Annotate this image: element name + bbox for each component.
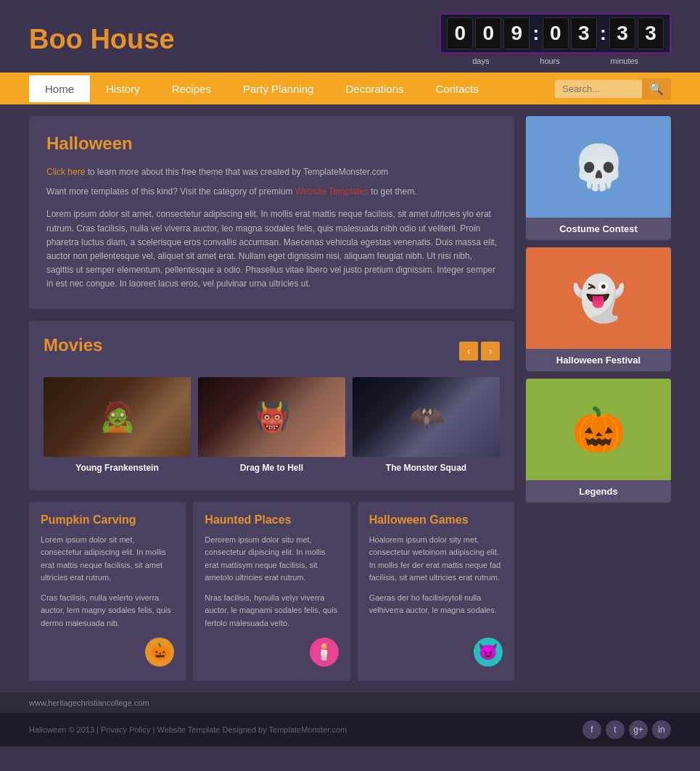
- haunted-places-title: Haunted Places: [205, 514, 338, 527]
- hours-label: hours: [540, 57, 560, 65]
- nav-party-planning[interactable]: Party Planning: [227, 75, 330, 102]
- skull-emoji: 💀: [572, 141, 626, 193]
- movie-thumb-1[interactable]: 🧟: [44, 377, 191, 457]
- site-title: Boo House: [29, 24, 175, 55]
- pumpkin-icon[interactable]: 🎃: [145, 638, 174, 667]
- navigation: Home History Recipes Party Planning Deco…: [0, 73, 700, 104]
- countdown: 0 0 9 : 0 3 : 3 3 days hours minutes: [440, 13, 671, 65]
- click-here-link[interactable]: Click here: [46, 167, 85, 177]
- costume-contest-image: 💀: [526, 116, 671, 218]
- nav-recipes[interactable]: Recipes: [156, 75, 227, 102]
- intro-text-1: Click here to learn more about this free…: [46, 165, 497, 179]
- search-icon: 🔍: [649, 82, 664, 96]
- countdown-labels: days hours minutes: [440, 57, 671, 65]
- search-input[interactable]: [555, 80, 642, 98]
- day-digit-2: 0: [475, 17, 501, 49]
- halloween-games-card: Halloween Games Hoalorem ipsum dolor sit…: [358, 502, 514, 681]
- costume-contest-card[interactable]: 💀 Costume Contest: [526, 116, 671, 240]
- halloween-games-title: Halloween Games: [369, 514, 503, 527]
- template-link[interactable]: Website Templates: [295, 186, 368, 197]
- google-plus-icon[interactable]: g+: [629, 720, 648, 739]
- nav-contacts[interactable]: Contacts: [420, 75, 495, 102]
- footer-bottom: Halloween © 2013 | Privacy Policy | Webs…: [0, 713, 700, 746]
- search-button[interactable]: 🔍: [642, 78, 671, 99]
- legends-caption: Legends: [526, 480, 671, 503]
- days-group: 0 0 9: [447, 17, 530, 49]
- movies-header: Movies ‹ ›: [44, 335, 500, 367]
- footer-copyright: Halloween © 2013 | Privacy Policy | Webs…: [29, 725, 347, 734]
- colon-2: :: [600, 22, 606, 45]
- twitter-icon[interactable]: t: [606, 720, 625, 739]
- candle-emoji: 🕯️: [314, 643, 334, 661]
- pumpkin-emoji-sidebar: 🎃: [572, 404, 626, 455]
- bottom-cards: Pumpkin Carving Lorem ipsum dolor sit me…: [29, 502, 514, 681]
- games-text-1: Hoalorem ipsum dolor sity met, consectet…: [369, 534, 503, 585]
- intro-text-2: Want more templates of this kind? Visit …: [46, 185, 497, 199]
- ghost-emoji: 👻: [572, 273, 626, 324]
- minute-digit-1: 3: [609, 17, 635, 49]
- next-movie-button[interactable]: ›: [481, 342, 500, 360]
- games-text-2: Gaeras der ho facilisisytoll nulla velhi…: [369, 592, 503, 617]
- site-url: www.heritagechristiancollege.com: [29, 698, 149, 707]
- haunted-places-card: Haunted Places Derorem ipsum dolor situ …: [193, 502, 350, 681]
- halloween-title: Halloween: [46, 133, 497, 154]
- minute-digit-2: 3: [638, 17, 664, 49]
- movie-icon-3: 🦇: [408, 400, 445, 434]
- pumpkin-text-1: Lorem ipsum dolor sit met, consectetur a…: [41, 534, 174, 585]
- hour-digit-2: 3: [571, 17, 597, 49]
- nav-search: 🔍: [555, 78, 671, 99]
- nav-home[interactable]: Home: [29, 75, 90, 102]
- halloween-festival-image: 👻: [526, 247, 671, 349]
- devil-emoji: 😈: [478, 643, 498, 661]
- intro-2-suffix: to get them.: [371, 186, 416, 197]
- pumpkin-icon-area: 🎃: [41, 638, 174, 667]
- movie-card-2: 👹 Drag Me to Hell: [198, 377, 345, 473]
- colon-1: :: [532, 22, 539, 45]
- movie-title-1: Young Frankenstein: [44, 463, 191, 473]
- right-sidebar: 💀 Costume Contest 👻 Halloween Festival 🎃…: [526, 116, 671, 681]
- hours-group: 0 3: [543, 17, 597, 49]
- days-label: days: [472, 57, 489, 65]
- hour-digit-1: 0: [543, 17, 569, 49]
- halloween-festival-card[interactable]: 👻 Halloween Festival: [526, 247, 671, 371]
- header: Boo House 0 0 9 : 0 3 : 3 3 days hours m…: [0, 0, 700, 73]
- movie-thumb-3[interactable]: 🦇: [353, 377, 500, 457]
- lorem-text: Lorem ipsum dolor sit amet, consectetur …: [46, 207, 497, 291]
- facebook-icon[interactable]: f: [582, 720, 601, 739]
- main-content: Halloween Click here to learn more about…: [0, 104, 700, 693]
- movie-card-3: 🦇 The Monster Squad: [353, 377, 500, 473]
- movie-icon-1: 🧟: [99, 400, 136, 434]
- movie-title-3: The Monster Squad: [353, 463, 500, 473]
- movie-icon-2: 👹: [254, 400, 290, 434]
- prev-movie-button[interactable]: ‹: [459, 342, 478, 360]
- pumpkin-carving-title: Pumpkin Carving: [41, 514, 174, 527]
- left-column: Halloween Click here to learn more about…: [29, 116, 514, 681]
- countdown-display: 0 0 9 : 0 3 : 3 3: [440, 13, 671, 54]
- haunted-icon-area: 🕯️: [205, 638, 338, 667]
- pumpkin-emoji: 🎃: [150, 643, 170, 661]
- intro-text-1-rest: to learn more about this free theme that…: [85, 167, 388, 177]
- haunted-text-2: Nras facilisis, hynulla velyr viverra au…: [205, 592, 338, 630]
- legends-image: 🎃: [526, 379, 671, 480]
- pumpkin-carving-card: Pumpkin Carving Lorem ipsum dolor sit me…: [29, 502, 186, 681]
- minutes-group: 3 3: [609, 17, 664, 49]
- nav-decorations[interactable]: Decorations: [329, 75, 419, 102]
- pumpkin-text-2: Cras facilisis, nulla velerto viverra au…: [41, 592, 174, 630]
- movies-section: Movies ‹ › 🧟 Young Frankenstein 👹: [29, 321, 514, 490]
- haunted-text-1: Derorem ipsum dolor situ met, consectetu…: [205, 534, 338, 585]
- day-digit-3: 9: [503, 17, 530, 49]
- halloween-section: Halloween Click here to learn more about…: [29, 116, 514, 309]
- nav-history[interactable]: History: [90, 75, 156, 102]
- nav-items: Home History Recipes Party Planning Deco…: [29, 75, 555, 102]
- intro-2-prefix: Want more templates of this kind? Visit …: [46, 186, 295, 197]
- social-icons: f t g+ in: [582, 720, 671, 739]
- legends-card[interactable]: 🎃 Legends: [526, 379, 671, 503]
- movie-thumb-2[interactable]: 👹: [198, 377, 345, 457]
- movie-title-2: Drag Me to Hell: [198, 463, 345, 473]
- movie-card-1: 🧟 Young Frankenstein: [44, 377, 191, 473]
- games-icon-area: 😈: [369, 638, 503, 667]
- devil-icon[interactable]: 😈: [474, 638, 503, 667]
- movie-nav-arrows: ‹ ›: [459, 342, 500, 360]
- linkedin-icon[interactable]: in: [652, 720, 671, 739]
- candle-icon[interactable]: 🕯️: [310, 638, 339, 667]
